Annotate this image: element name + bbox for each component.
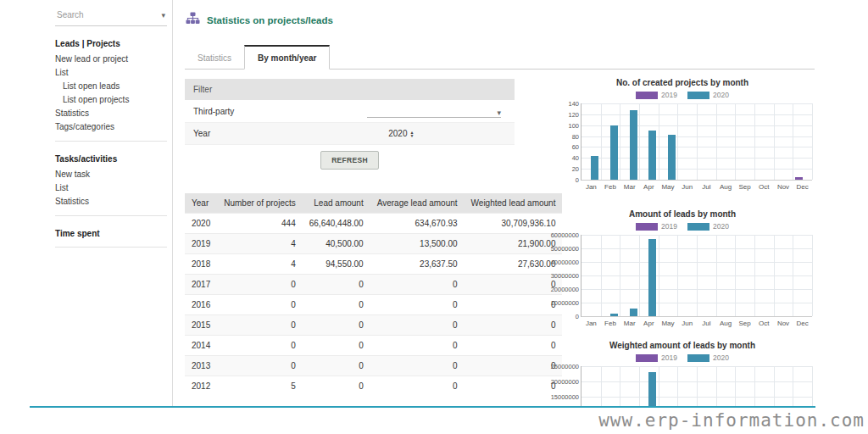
bar-2019-Dec: [795, 177, 803, 180]
chart-amount-of-leads-by-month: Amount of leads by month 20192020 100000…: [549, 209, 815, 317]
gridline: [697, 366, 698, 408]
sidebar-item-new-lead-or-project[interactable]: New lead or project: [55, 53, 167, 66]
table-row: 2018494,550.0023,637.5027,630.00: [185, 254, 562, 275]
bar-2020-Mar: [630, 110, 637, 180]
table-cell: 444: [217, 214, 302, 234]
table-cell: 2015: [185, 315, 217, 336]
sidebar-item-new-task[interactable]: New task: [55, 168, 167, 181]
tab-by-month-year[interactable]: By month/year: [244, 45, 330, 70]
table-cell: 94,550.00: [303, 254, 370, 275]
sidebar-item-tags-categories[interactable]: Tags/categories: [55, 120, 167, 134]
legend-swatch: [687, 354, 709, 362]
gridline: [754, 366, 755, 408]
search-placeholder: Search: [57, 10, 84, 19]
y-axis-label: 25000000: [548, 363, 579, 370]
year-input[interactable]: 2020 ▲▼: [388, 129, 414, 138]
table-cell: 0: [217, 275, 302, 295]
sidebar-item-list[interactable]: List: [55, 181, 167, 195]
gridline: [735, 103, 736, 180]
table-cell: 0: [370, 356, 465, 376]
table-cell: 0: [370, 295, 465, 315]
y-axis-label: 10000000: [548, 299, 579, 307]
sidebar-item-list-open-leads[interactable]: List open leads: [55, 80, 167, 93]
table-cell: 2017: [185, 275, 217, 295]
table-cell: 0: [370, 376, 465, 397]
gridline: [677, 235, 678, 316]
sidebar-item-statistics[interactable]: Statistics: [55, 195, 167, 209]
table-cell: 634,670.93: [370, 214, 465, 234]
gridline: [620, 235, 620, 316]
column-header-lead-amount: Lead amount: [303, 193, 370, 214]
x-axis-label: Dec: [792, 183, 814, 191]
refresh-button[interactable]: REFRESH: [320, 151, 379, 170]
chart-title: Weighted amount of leads by month: [549, 341, 815, 350]
table-cell: 66,640,448.00: [303, 214, 370, 234]
bar-2020-Apr: [648, 131, 656, 181]
y-axis-label: 30000000: [548, 272, 579, 280]
table-row: 2019440,500.0013,500.0021,900.00: [185, 234, 562, 254]
table-header-row: YearNumber of projectsLead amountAverage…: [185, 193, 562, 214]
third-party-select[interactable]: ▾: [367, 104, 501, 118]
gridline: [774, 235, 775, 316]
gridline: [659, 235, 659, 316]
y-axis-label: 40: [548, 154, 579, 162]
legend-item-2019: 2019: [636, 222, 677, 231]
y-axis-label: 60: [548, 143, 579, 151]
gridline: [774, 366, 775, 408]
sidebar-item-statistics[interactable]: Statistics: [55, 107, 167, 120]
gridline: [716, 366, 717, 408]
legend-swatch: [687, 92, 709, 99]
legend-swatch: [636, 354, 658, 362]
page-header: Statistics on projects/leads: [186, 12, 333, 28]
table-cell: 0: [303, 336, 370, 356]
filter-row-refresh: REFRESH: [185, 145, 515, 175]
sidebar-divider: [172, 0, 173, 408]
y-axis-label: 100: [548, 122, 579, 130]
chevron-down-icon: ▾: [497, 108, 501, 117]
gridline: [639, 366, 640, 408]
table-cell: 4: [217, 234, 302, 254]
gridline: [793, 103, 793, 180]
table-cell: 23,637.50: [370, 254, 465, 275]
sidebar-item-list[interactable]: List: [55, 66, 167, 80]
chart-legend: 20192020: [549, 91, 815, 99]
sidebar-section-time-spent: Time spent: [55, 227, 167, 240]
gridline: [735, 366, 736, 408]
table-row: 20150000: [185, 315, 562, 336]
org-chart-icon: [186, 12, 200, 28]
legend-item-2019: 2019: [636, 353, 677, 362]
chart-plot: 5000000100000001500000020000000250000000…: [581, 366, 812, 408]
bar-2020-Apr: [648, 372, 656, 408]
table-cell: 0: [370, 315, 465, 336]
table-cell: 0: [217, 315, 302, 336]
legend-swatch: [636, 223, 658, 231]
table-cell: 0: [303, 356, 370, 376]
legend-label: 2020: [713, 91, 729, 99]
sidebar-section-leads-projects: Leads | Projects: [55, 37, 167, 50]
gridline: [677, 103, 678, 180]
column-header-year: Year: [185, 193, 217, 214]
search-input[interactable]: Search ▾: [55, 7, 167, 26]
column-header-average-lead-amount: Average lead amount: [370, 193, 465, 214]
x-axis-label: Dec: [792, 320, 814, 327]
column-header-weighted-lead-amount: Weighted lead amount: [465, 193, 563, 214]
table-cell: 13,500.00: [370, 234, 465, 254]
tab-statistics[interactable]: Statistics: [185, 47, 244, 69]
sidebar-item-list-open-projects[interactable]: List open projects: [55, 93, 167, 107]
table-row: 20170000: [185, 275, 562, 295]
number-spinner-icon[interactable]: ▲▼: [409, 131, 414, 137]
gridline: [620, 103, 620, 180]
table-row: 20125000: [185, 376, 562, 397]
y-axis-label: 20000000: [548, 378, 579, 386]
legend-item-2020: 2020: [687, 353, 729, 362]
stats-by-year-table: YearNumber of projectsLead amountAverage…: [185, 193, 562, 396]
gridline: [639, 103, 640, 180]
gridline: [659, 103, 659, 180]
legend-label: 2020: [713, 222, 729, 231]
table-row: 202044466,640,448.00634,670.9330,709,936…: [185, 214, 562, 234]
gridline: [716, 235, 717, 316]
year-label: Year: [193, 129, 210, 138]
chart-weighted-amount-of-leads-by-month: Weighted amount of leads by month 201920…: [549, 341, 815, 408]
gridline: [659, 366, 659, 408]
page-bottom-accent-line: [30, 406, 815, 408]
